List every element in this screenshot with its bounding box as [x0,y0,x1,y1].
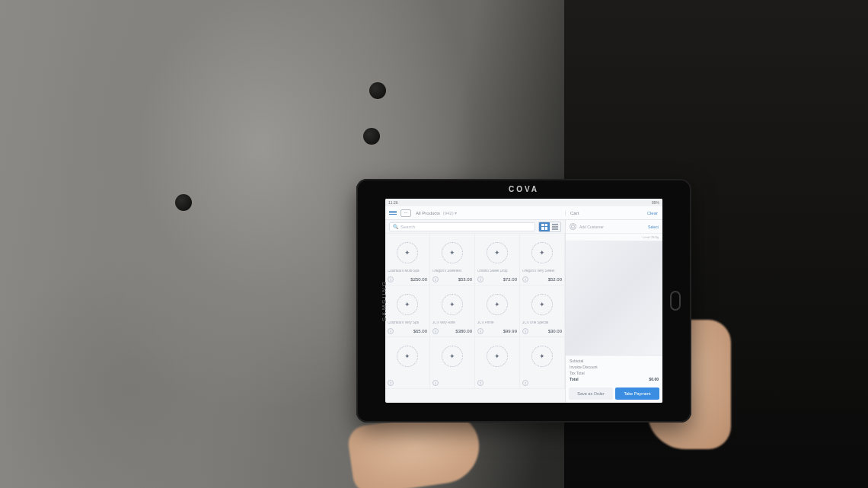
app-body: 🔍 Search [385,220,662,403]
cart-header: Cart Clear [565,211,662,215]
product-card[interactable]: ✦ Oregon's Sweetest i $53.00 [430,234,475,285]
cart-totals: Subtotal Invoice Discount Tax Total Tota… [566,355,662,384]
product-price: $250.00 [410,277,427,282]
product-card[interactable]: ✦ Oregon's Very Sweet i $52.00 [520,234,565,285]
leaf-icon: ✦ [397,346,418,367]
product-name: Colorado's Multi-Spa [388,270,427,276]
product-card[interactable]: ✦ i [385,337,430,389]
info-icon[interactable]: i [432,380,439,386]
product-name: Oregon's Very Sweet [522,270,562,276]
menu-icon[interactable] [385,211,400,215]
catalog-title-text: All Products [416,211,440,215]
info-icon[interactable]: i [522,380,528,386]
info-icon[interactable]: i [388,328,394,334]
tablet-device: COVA SAMSUNG 11:26 89% ⋯ All Products (9… [356,179,691,423]
take-payment-button[interactable]: Take Payment [615,388,659,400]
search-row: 🔍 Search [385,220,565,234]
product-name: JC's Prime [477,321,517,328]
tax-label: Tax Total [570,371,585,375]
list-icon [552,224,558,230]
customer-select-button[interactable]: Select [648,225,659,229]
view-toggle [538,222,561,232]
product-card[interactable]: ✦ JC's Prime i $99.99 [475,285,520,337]
product-card[interactable]: ✦ i [430,337,475,389]
cart-actions: Save as Order Take Payment [566,384,662,403]
info-icon[interactable]: i [388,276,394,282]
search-icon: 🔍 [393,224,398,229]
product-card[interactable]: ✦ JC's One Special i $30.00 [520,285,565,337]
search-placeholder: Search [400,225,415,229]
product-price: $52.00 [548,277,562,282]
leaf-icon: ✦ [531,346,553,367]
save-order-button[interactable]: Save as Order [569,388,613,400]
search-input[interactable]: 🔍 Search [389,222,535,231]
grid-icon [541,224,547,230]
product-name [432,373,472,380]
catalog-panel: 🔍 Search [385,220,565,403]
cart-clear-button[interactable]: Clear [647,211,658,215]
product-price: $30.00 [548,329,562,333]
cart-header-label: Cart [570,211,579,215]
product-name: JC's Very Rare [432,321,472,328]
product-price: $99.99 [503,329,517,333]
leaf-icon: ✦ [531,242,553,263]
tablet-maker-label: SAMSUNG [381,280,388,321]
app-screen: 11:26 89% ⋯ All Products (942) ▾ Cart Cl… [385,199,662,403]
product-grid: ✦ Colorado's Multi-Spa i $250.00 ✦ Orego… [385,234,565,403]
leaf-icon: ✦ [487,294,508,315]
purchase-limit: Limit: 28.0g [566,234,662,241]
info-icon[interactable]: i [388,380,394,386]
product-card[interactable]: ✦ Colorado's Very Spa i $65.00 [385,285,430,337]
status-battery: 89% [652,200,659,205]
product-name: Ontario Sweet Drop [477,270,517,276]
catalog-count: (942) [443,211,454,215]
product-name: Colorado's Very Spa [388,321,427,328]
customer-row[interactable]: Add Customer Select [566,220,662,234]
photo-shirt-button [175,194,192,211]
leaf-icon: ✦ [442,346,463,367]
info-icon[interactable]: i [477,328,483,334]
product-name [388,373,427,380]
product-name [477,373,517,380]
product-price: $53.00 [458,277,472,282]
top-bar: ⋯ All Products (942) ▾ Cart Clear [385,206,662,220]
cart-panel: Add Customer Select Limit: 28.0g Subtota… [565,220,662,403]
info-icon[interactable]: i [522,276,528,282]
info-icon[interactable]: i [432,276,439,282]
product-card[interactable]: ✦ Colorado's Multi-Spa i $250.00 [385,234,430,285]
leaf-icon: ✦ [397,242,418,263]
product-card[interactable]: ✦ i [475,337,520,389]
product-card[interactable]: ✦ i [520,337,565,389]
tablet-home-button[interactable] [670,291,681,311]
status-time: 11:26 [388,200,398,205]
info-icon[interactable]: i [522,328,528,334]
leaf-icon: ✦ [442,294,463,315]
product-card[interactable]: ✦ Ontario Sweet Drop i $72.00 [475,234,520,285]
product-price: $72.00 [503,277,517,282]
info-icon[interactable]: i [477,276,483,282]
total-value: $0.00 [649,377,659,381]
product-name: Oregon's Sweetest [432,270,472,276]
product-name: JC's One Special [522,321,562,328]
leaf-icon: ✦ [531,294,553,315]
grid-view-button[interactable] [539,222,550,231]
product-price: $380.00 [455,329,472,333]
list-view-button[interactable] [550,222,560,231]
info-icon[interactable]: i [432,328,439,334]
chevron-down-icon: ▾ [455,211,457,215]
product-name [522,373,562,380]
status-bar: 11:26 89% [385,199,662,206]
cart-items-empty [566,241,662,355]
location-badge[interactable]: ⋯ [400,209,411,217]
leaf-icon: ✦ [487,346,508,367]
discount-label: Invoice Discount [570,365,598,369]
product-card[interactable]: ✦ JC's Very Rare i $380.00 [430,285,475,337]
info-icon[interactable]: i [477,380,483,386]
tablet-brand-label: COVA [509,185,539,193]
leaf-icon: ✦ [487,242,508,263]
catalog-title[interactable]: All Products (942) ▾ [411,210,565,215]
subtotal-label: Subtotal [570,359,583,363]
total-label: Total [570,377,579,381]
product-price: $65.00 [413,329,427,333]
photo-shirt-button [363,128,380,145]
